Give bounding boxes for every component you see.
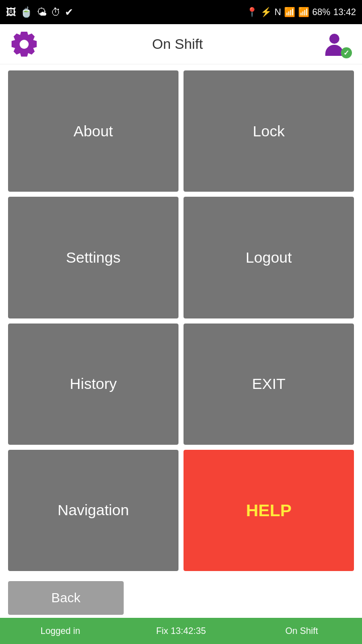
profile-status-icon[interactable]: ✓ xyxy=(317,30,352,58)
logout-button[interactable]: Logout xyxy=(184,197,354,318)
wifi-icon: 📶 xyxy=(284,7,295,18)
fix-segment: Fix 13:42:35 xyxy=(121,618,241,644)
avatar-head xyxy=(329,34,339,44)
exit-button[interactable]: EXIT xyxy=(184,324,354,445)
gear-shape xyxy=(12,32,37,57)
settings-button[interactable]: Settings xyxy=(8,197,178,318)
bluetooth-icon: ⚡ xyxy=(260,7,272,18)
header: On Shift ✓ xyxy=(0,24,362,64)
about-button[interactable]: About xyxy=(8,70,178,192)
status-icons-right: 📍 ⚡ N 📶 📶 68% 13:42 xyxy=(246,7,356,18)
back-row: Back xyxy=(0,577,362,618)
menu-grid: About Lock Settings Logout History EXIT … xyxy=(0,64,362,577)
page-title: On Shift xyxy=(152,36,203,52)
app-icon-1: 🍵 xyxy=(20,6,33,18)
timer-icon: ⏱ xyxy=(51,7,61,18)
navigation-button[interactable]: Navigation xyxy=(8,450,178,571)
history-button[interactable]: History xyxy=(8,324,178,445)
bottom-status-bar: Logged in Fix 13:42:35 On Shift xyxy=(0,618,362,644)
help-button[interactable]: HELP xyxy=(184,450,354,571)
nfc-icon: N xyxy=(275,7,281,18)
check-icon: ✔ xyxy=(65,6,73,18)
status-icons-left: 🖼 🍵 🌤 ⏱ ✔ xyxy=(6,6,73,18)
battery-text: 68% xyxy=(312,7,330,18)
image-icon: 🖼 xyxy=(6,7,16,18)
logged-in-segment: Logged in xyxy=(0,618,121,644)
back-button[interactable]: Back xyxy=(8,581,124,615)
on-shift-segment: On Shift xyxy=(241,618,362,644)
settings-gear-icon[interactable] xyxy=(10,30,38,58)
fix-label: Fix 13:42:35 xyxy=(156,626,206,636)
logged-in-checkmark: ✓ xyxy=(341,47,352,58)
status-bar: 🖼 🍵 🌤 ⏱ ✔ 📍 ⚡ N 📶 📶 68% 13:42 xyxy=(0,0,362,24)
on-shift-label: On Shift xyxy=(285,626,318,636)
location-icon: 📍 xyxy=(246,7,257,18)
weather-icon: 🌤 xyxy=(37,7,47,18)
time-display: 13:42 xyxy=(333,7,356,18)
logged-in-label: Logged in xyxy=(40,626,80,636)
signal-icon: 📶 xyxy=(298,7,309,18)
lock-button[interactable]: Lock xyxy=(184,70,354,192)
bottom-section: Back Logged in Fix 13:42:35 On Shift xyxy=(0,577,362,644)
